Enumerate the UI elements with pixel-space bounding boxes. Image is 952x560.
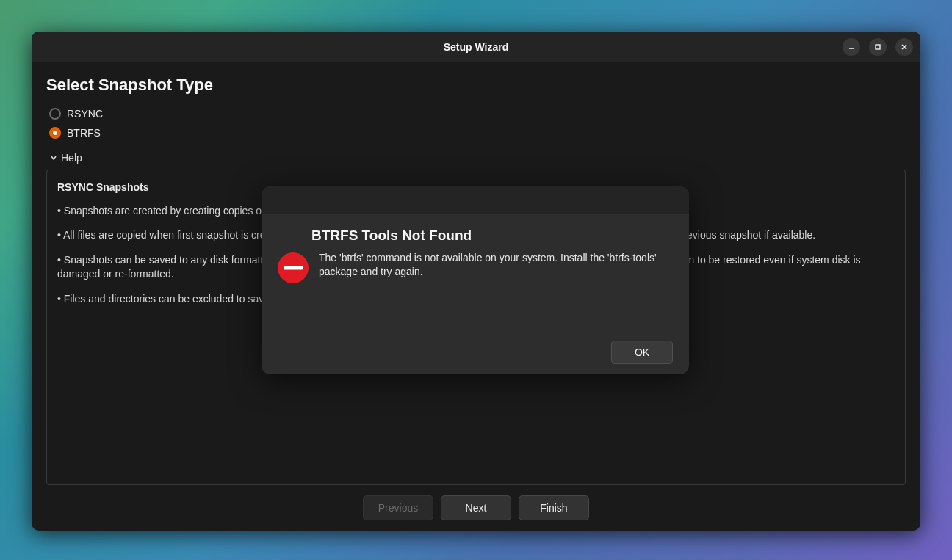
maximize-icon <box>874 43 881 51</box>
radio-option-rsync[interactable]: RSYNC <box>46 108 906 120</box>
error-icon <box>278 252 309 283</box>
radio-label-rsync: RSYNC <box>67 108 103 120</box>
window-title: Setup Wizard <box>444 41 509 53</box>
radio-label-btrfs: BTRFS <box>67 127 101 139</box>
previous-button: Previous <box>363 495 433 520</box>
dialog-titlebar[interactable] <box>262 186 689 214</box>
help-label: Help <box>61 152 82 164</box>
minimize-icon <box>848 43 855 51</box>
close-button[interactable] <box>895 38 913 56</box>
help-expander[interactable]: Help <box>46 152 906 164</box>
dialog-message: The 'btrfs' command is not available on … <box>319 251 664 279</box>
page-title: Select Snapshot Type <box>46 76 906 95</box>
minimize-button[interactable] <box>843 38 860 56</box>
wizard-footer: Previous Next Finish <box>46 485 906 520</box>
svg-rect-1 <box>876 45 880 49</box>
radio-option-btrfs[interactable]: BTRFS <box>46 127 906 139</box>
finish-button[interactable]: Finish <box>519 495 589 520</box>
titlebar: Setup Wizard <box>32 32 920 62</box>
chevron-down-icon <box>49 153 58 162</box>
window-controls <box>843 38 913 56</box>
maximize-button[interactable] <box>869 38 887 56</box>
error-dialog: BTRFS Tools Not Found The 'btrfs' comman… <box>262 186 689 374</box>
radio-icon <box>49 108 61 120</box>
radio-icon <box>49 127 61 139</box>
next-button[interactable]: Next <box>441 495 511 520</box>
close-icon <box>901 43 908 51</box>
ok-button[interactable]: OK <box>611 341 673 364</box>
dialog-title: BTRFS Tools Not Found <box>311 228 673 244</box>
dialog-body: BTRFS Tools Not Found The 'btrfs' comman… <box>262 214 689 374</box>
